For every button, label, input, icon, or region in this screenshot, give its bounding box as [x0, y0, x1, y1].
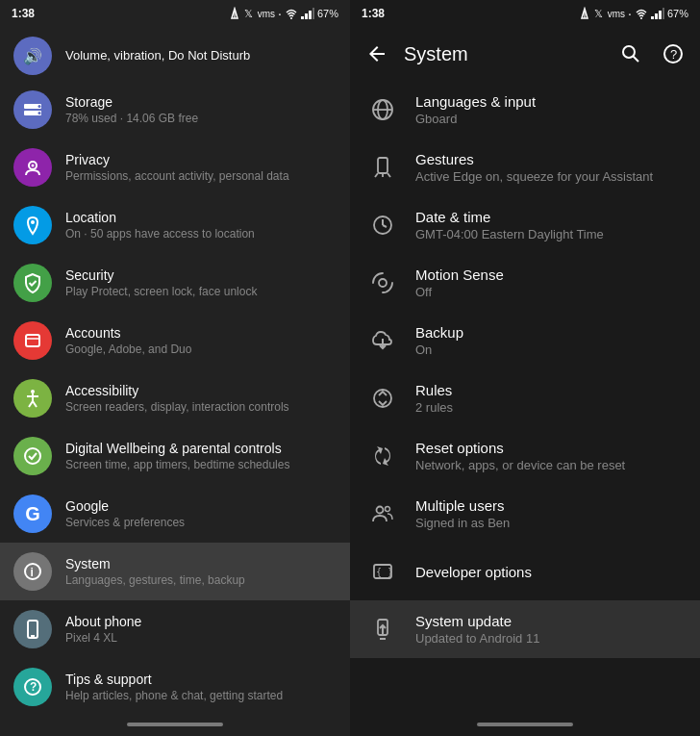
svg-text:?: ?: [30, 680, 37, 694]
svg-text:𝕏: 𝕏: [594, 8, 603, 19]
settings-item-aboutphone[interactable]: About phone Pixel 4 XL: [0, 600, 350, 658]
settings-item-privacy[interactable]: Privacy Permissions, account activity, p…: [0, 139, 350, 196]
gestures-icon: [365, 150, 400, 185]
left-home-bar: [127, 723, 223, 726]
settings-item-digitalwellbeing[interactable]: Digital Wellbeing & parental controls Sc…: [0, 427, 350, 485]
system-item-systemupdate[interactable]: System update Updated to Android 11: [350, 600, 700, 658]
settings-item-storage[interactable]: Storage 78% used · 14.06 GB free: [0, 81, 350, 139]
multipleusers-icon: [365, 496, 400, 531]
accessibility-icon: [13, 379, 52, 418]
datetime-text: Date & time GMT-04:00 Eastern Daylight T…: [415, 209, 685, 241]
svg-line-38: [634, 57, 639, 63]
search-button[interactable]: [612, 35, 650, 73]
signal-arrows-icon: [229, 7, 240, 20]
languages-title: Languages & input: [415, 93, 685, 110]
right-scroll-area[interactable]: Languages & input Gboard Gestures Active…: [350, 81, 700, 713]
accounts-text: Accounts Google, Adobe, and Duo: [65, 324, 337, 358]
reset-subtitle: Network, apps, or device can be reset: [415, 458, 685, 472]
system-item-datetime[interactable]: Date & time GMT-04:00 Eastern Daylight T…: [350, 196, 700, 254]
systemupdate-subtitle: Updated to Android 11: [415, 631, 685, 646]
left-scroll-area[interactable]: 🔊 Volume, vibration, Do Not Disturb Stor…: [0, 27, 350, 713]
google-icon: G: [13, 495, 52, 533]
svg-line-50: [383, 225, 387, 227]
right-battery: 67%: [667, 8, 688, 19]
motionsense-text: Motion Sense Off: [415, 266, 685, 299]
privacy-icon: [13, 148, 52, 187]
svg-point-55: [386, 507, 390, 512]
settings-item-accounts[interactable]: Accounts Google, Adobe, and Duo: [0, 312, 350, 369]
reset-text: Reset options Network, apps, or device c…: [415, 440, 685, 472]
developer-icon: { }: [365, 554, 400, 589]
backup-subtitle: On: [415, 343, 685, 357]
location-text: Location On · 50 apps have access to loc…: [65, 209, 337, 242]
datetime-subtitle: GMT-04:00 Eastern Daylight Time: [415, 227, 685, 241]
right-status-icons: 𝕏 vms · 67%: [579, 6, 688, 21]
system-item-developer[interactable]: { } Developer options: [350, 543, 700, 600]
privacy-subtitle: Permissions, account activity, personal …: [65, 169, 337, 185]
vms-label: vms: [258, 9, 275, 19]
settings-item-volume[interactable]: 🔊 Volume, vibration, Do Not Disturb: [0, 31, 350, 81]
datetime-title: Date & time: [415, 209, 685, 225]
settings-item-security[interactable]: Security Play Protect, screen lock, face…: [0, 254, 350, 312]
rules-subtitle: 2 rules: [415, 400, 685, 415]
multipleusers-subtitle: Signed in as Ben: [415, 516, 685, 530]
accounts-title: Accounts: [65, 324, 337, 342]
left-home-indicator: [0, 713, 350, 736]
tips-subtitle: Help articles, phone & chat, getting sta…: [65, 689, 337, 704]
systemupdate-text: System update Updated to Android 11: [415, 613, 685, 646]
aboutphone-subtitle: Pixel 4 XL: [65, 631, 337, 647]
digitalwellbeing-title: Digital Wellbeing & parental controls: [65, 440, 337, 457]
right-signal-bars-icon: [651, 8, 664, 19]
rules-icon: [365, 381, 400, 416]
system-item-languages[interactable]: Languages & input Gboard: [350, 81, 700, 139]
digitalwellbeing-subtitle: Screen time, app timers, bedtime schedul…: [65, 458, 337, 473]
accessibility-text: Accessibility Screen readers, display, i…: [65, 382, 337, 416]
back-button[interactable]: [358, 35, 396, 73]
system-item-rules[interactable]: Rules 2 rules: [350, 369, 700, 427]
svg-rect-35: [659, 11, 662, 19]
svg-point-37: [623, 46, 635, 58]
systemupdate-icon: [365, 612, 400, 647]
right-status-bar: 1:38 𝕏 vms · 67%: [350, 0, 700, 27]
svg-rect-4: [301, 16, 304, 19]
left-panel: 1:38 𝕏 vms ·: [0, 0, 350, 736]
settings-list: 🔊 Volume, vibration, Do Not Disturb Stor…: [0, 27, 350, 713]
settings-item-tips[interactable]: ? Tips & support Help articles, phone & …: [0, 658, 350, 713]
rules-title: Rules: [415, 382, 685, 398]
settings-item-google[interactable]: G Google Services & preferences: [0, 485, 350, 543]
tips-title: Tips & support: [65, 671, 337, 688]
motionsense-title: Motion Sense: [415, 266, 685, 283]
accounts-subtitle: Google, Adobe, and Duo: [65, 343, 337, 358]
backup-icon: [365, 323, 400, 358]
digitalwellbeing-text: Digital Wellbeing & parental controls Sc…: [65, 440, 337, 473]
left-battery: 67%: [317, 8, 338, 19]
wifi-icon: [285, 8, 298, 19]
svg-rect-33: [651, 16, 654, 19]
multipleusers-text: Multiple users Signed in as Ben: [415, 497, 685, 530]
header-actions: ?: [612, 35, 692, 73]
system-item-motionsense[interactable]: Motion Sense Off: [350, 254, 700, 312]
aboutphone-title: About phone: [65, 613, 337, 630]
system-item-multipleusers[interactable]: Multiple users Signed in as Ben: [350, 485, 700, 543]
help-button[interactable]: ?: [654, 35, 692, 73]
svg-point-54: [377, 507, 384, 514]
developer-text: Developer options: [415, 564, 685, 580]
svg-point-51: [379, 279, 387, 287]
svg-point-32: [640, 17, 642, 19]
tips-text: Tips & support Help articles, phone & ch…: [65, 671, 337, 704]
multipleusers-title: Multiple users: [415, 497, 685, 514]
system-item-gestures[interactable]: Gestures Active Edge on, squeeze for you…: [350, 139, 700, 196]
settings-item-system[interactable]: i System Languages, gestures, time, back…: [0, 543, 350, 600]
motionsense-subtitle: Off: [415, 285, 685, 299]
security-title: Security: [65, 266, 337, 284]
system-item-backup[interactable]: Backup On: [350, 312, 700, 369]
svg-rect-34: [655, 13, 658, 19]
settings-item-accessibility[interactable]: Accessibility Screen readers, display, i…: [0, 369, 350, 427]
location-subtitle: On · 50 apps have access to location: [65, 227, 337, 242]
svg-point-11: [38, 112, 41, 114]
languages-subtitle: Gboard: [415, 112, 685, 126]
system-page-title: System: [404, 43, 612, 65]
settings-item-location[interactable]: Location On · 50 apps have access to loc…: [0, 196, 350, 254]
right-twitter-icon: 𝕏: [593, 7, 605, 20]
system-item-reset[interactable]: Reset options Network, apps, or device c…: [350, 427, 700, 485]
